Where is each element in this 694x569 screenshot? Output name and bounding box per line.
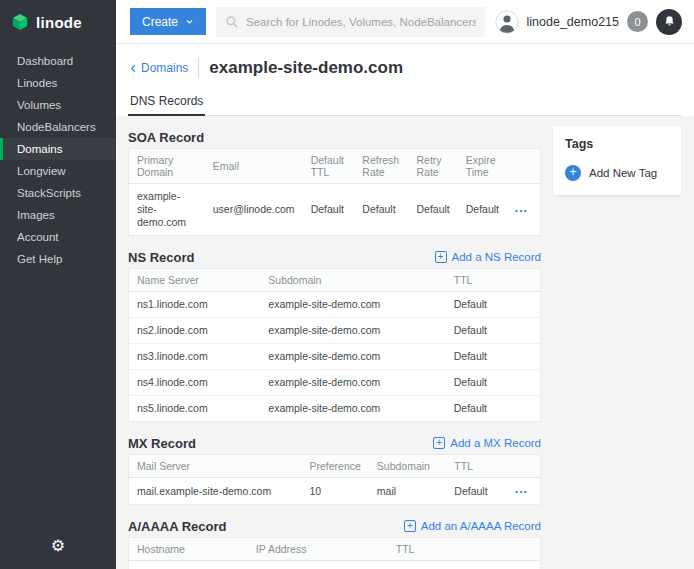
table-row: ns4.linode.comexample-site-demo.comDefau… bbox=[129, 370, 541, 396]
table-cell: ns1.linode.com bbox=[129, 292, 261, 318]
plus-box-icon bbox=[433, 437, 445, 449]
topbar: Create linode_demo215 0 bbox=[116, 0, 694, 44]
add-mx-record-button[interactable]: Add a MX Record bbox=[433, 437, 541, 449]
mx-record-section: MX Record Add a MX Record Mail ServerPre… bbox=[128, 432, 541, 505]
column-header: Primary Domain bbox=[129, 149, 205, 184]
column-header-actions bbox=[507, 149, 540, 184]
table-cell: 10 bbox=[301, 478, 368, 505]
soa-record-section: SOA Record Primary DomainEmailDefault TT… bbox=[128, 126, 541, 236]
tags-panel: Tags Add New Tag bbox=[553, 126, 681, 195]
table-cell: mail.example-site-demo.com bbox=[129, 478, 302, 505]
a-aaaa-record-section: A/AAAA Record Add an A/AAAA Record Hostn… bbox=[128, 515, 541, 569]
sidebar-footer: ⚙ bbox=[0, 524, 116, 569]
breadcrumb-domains-link[interactable]: Domains bbox=[128, 61, 188, 75]
column-header-actions bbox=[507, 455, 540, 478]
sidebar-item-stackscripts[interactable]: StackScripts bbox=[0, 182, 116, 204]
table-cell-actions bbox=[507, 478, 540, 505]
main-area: Create linode_demo215 0 bbox=[116, 0, 694, 569]
column-header: Refresh Rate bbox=[354, 149, 408, 184]
table-cell: ns2.linode.com bbox=[129, 318, 261, 344]
sidebar-item-account[interactable]: Account bbox=[0, 226, 116, 248]
add-a-aaaa-record-button[interactable]: Add an A/AAAA Record bbox=[404, 520, 541, 532]
row-actions-menu[interactable] bbox=[515, 487, 528, 496]
create-button[interactable]: Create bbox=[130, 8, 206, 35]
a-aaaa-record-table: HostnameIP AddressTTL45.79.13.74Defaultm… bbox=[128, 537, 541, 569]
table-cell-actions bbox=[507, 184, 540, 236]
soa-record-table: Primary DomainEmailDefault TTLRefresh Ra… bbox=[128, 148, 541, 236]
settings-gear-icon[interactable]: ⚙ bbox=[51, 536, 65, 555]
table-cell: ns5.linode.com bbox=[129, 396, 261, 422]
table-cell: Default bbox=[446, 396, 541, 422]
table-cell: Default bbox=[408, 184, 457, 236]
page-title: example-site-demo.com bbox=[209, 58, 403, 78]
sidebar-item-dashboard[interactable]: Dashboard bbox=[0, 50, 116, 72]
username[interactable]: linode_demo215 bbox=[527, 15, 619, 29]
bell-icon bbox=[663, 15, 676, 28]
table-cell: ns4.linode.com bbox=[129, 370, 261, 396]
notifications-bell-button[interactable] bbox=[656, 9, 682, 35]
add-new-tag-button[interactable]: Add New Tag bbox=[565, 165, 669, 181]
row-actions-menu[interactable] bbox=[515, 206, 528, 215]
column-header: Subdomain bbox=[260, 269, 445, 292]
sidebar: linode DashboardLinodesVolumesNodeBalanc… bbox=[0, 0, 116, 569]
table-cell: example-site-demo.com bbox=[260, 292, 445, 318]
table-row: example-site-demo.comuser@linode.comDefa… bbox=[129, 184, 541, 236]
linode-cube-icon bbox=[11, 13, 29, 31]
plus-box-icon bbox=[435, 251, 447, 263]
column-header: TTL bbox=[388, 538, 507, 561]
sidebar-item-volumes[interactable]: Volumes bbox=[0, 94, 116, 116]
tab-dns-records[interactable]: DNS Records bbox=[128, 88, 205, 116]
table-cell: Default bbox=[388, 561, 507, 569]
column-header: TTL bbox=[446, 455, 507, 478]
sidebar-item-longview[interactable]: Longview bbox=[0, 160, 116, 182]
breadcrumb-divider bbox=[198, 58, 199, 78]
column-header: IP Address bbox=[248, 538, 388, 561]
column-header: Expire Time bbox=[458, 149, 507, 184]
tab-bar: DNS Records bbox=[128, 88, 681, 116]
table-cell: Default bbox=[446, 318, 541, 344]
table-cell: user@linode.com bbox=[205, 184, 303, 236]
table-cell: example-site-demo.com bbox=[260, 396, 445, 422]
create-button-label: Create bbox=[142, 15, 178, 29]
table-cell: example-site-demo.com bbox=[129, 184, 205, 236]
table-row: ns1.linode.comexample-site-demo.comDefau… bbox=[129, 292, 541, 318]
sidebar-item-domains[interactable]: Domains bbox=[0, 138, 116, 160]
plus-circle-icon bbox=[565, 165, 581, 181]
avatar[interactable] bbox=[495, 10, 519, 34]
table-cell: Default bbox=[446, 478, 507, 505]
column-header: Name Server bbox=[129, 269, 261, 292]
table-row: 45.79.13.74Default bbox=[129, 561, 541, 569]
column-header-actions bbox=[507, 538, 540, 561]
add-ns-record-button[interactable]: Add a NS Record bbox=[435, 251, 542, 263]
ns-record-section: NS Record Add a NS Record Name ServerSub… bbox=[128, 246, 541, 422]
app-window: linode DashboardLinodesVolumesNodeBalanc… bbox=[0, 0, 694, 569]
column-header: Default TTL bbox=[303, 149, 355, 184]
sidebar-nav: DashboardLinodesVolumesNodeBalancersDoma… bbox=[0, 50, 116, 270]
logo-wordmark: linode bbox=[36, 14, 82, 31]
a-aaaa-section-title: A/AAAA Record bbox=[128, 519, 226, 534]
table-cell: Default bbox=[354, 184, 408, 236]
table-cell: ns3.linode.com bbox=[129, 344, 261, 370]
user-area: linode_demo215 0 bbox=[495, 9, 682, 35]
sidebar-item-linodes[interactable]: Linodes bbox=[0, 72, 116, 94]
notification-count-badge[interactable]: 0 bbox=[627, 11, 648, 32]
table-cell-actions bbox=[507, 561, 540, 569]
breadcrumb: Domains example-site-demo.com bbox=[128, 44, 681, 80]
content: SOA Record Primary DomainEmailDefault TT… bbox=[116, 116, 694, 569]
ns-section-title: NS Record bbox=[128, 250, 194, 265]
sidebar-item-images[interactable]: Images bbox=[0, 204, 116, 226]
soa-section-title: SOA Record bbox=[128, 130, 204, 145]
sidebar-item-nodebalancers[interactable]: NodeBalancers bbox=[0, 116, 116, 138]
search-bar[interactable] bbox=[216, 7, 485, 37]
mx-record-table: Mail ServerPreferenceSubdomainTTLmail.ex… bbox=[128, 454, 541, 505]
search-input[interactable] bbox=[246, 16, 476, 28]
table-cell: example-site-demo.com bbox=[260, 318, 445, 344]
table-cell: Default bbox=[303, 184, 355, 236]
column-header: TTL bbox=[446, 269, 541, 292]
column-header: Mail Server bbox=[129, 455, 302, 478]
sidebar-item-get-help[interactable]: Get Help bbox=[0, 248, 116, 270]
linode-logo[interactable]: linode bbox=[0, 0, 116, 44]
records-column: SOA Record Primary DomainEmailDefault TT… bbox=[128, 126, 541, 569]
column-header: Hostname bbox=[129, 538, 248, 561]
column-header: Email bbox=[205, 149, 303, 184]
